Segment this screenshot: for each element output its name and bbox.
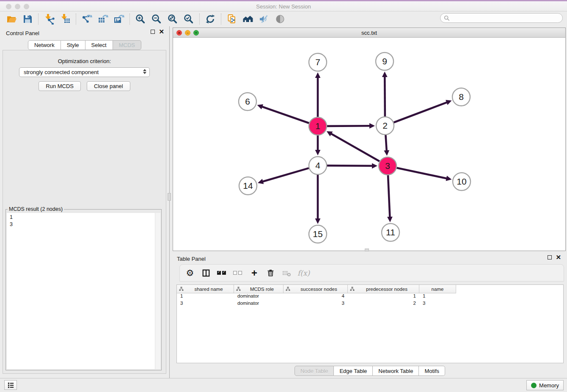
tab-edge-table[interactable]: Edge Table (334, 366, 373, 376)
export-table-button[interactable] (95, 13, 111, 25)
tab-network[interactable]: Network (28, 40, 61, 50)
column-header-name[interactable]: name (419, 285, 456, 293)
close-panel-button[interactable]: Close panel (87, 81, 130, 91)
network-frame-titlebar[interactable]: ✕ − + scc.txt (173, 28, 565, 38)
task-list-icon (7, 381, 14, 389)
split-pane-handle-horizontal[interactable] (365, 248, 369, 251)
save-button[interactable] (19, 13, 36, 25)
run-mcds-button[interactable]: Run MCDS (39, 81, 81, 91)
graph-edge-3-11[interactable] (388, 175, 390, 218)
mute-button[interactable] (256, 13, 272, 25)
zoom-selected-button[interactable] (181, 13, 197, 25)
mcds-result-title: MCDS result (2 nodes) (8, 206, 64, 212)
eye-button[interactable] (272, 13, 288, 25)
graph-arrowhead-1-4 (315, 150, 321, 155)
graph-edge-2-3[interactable] (385, 135, 386, 151)
unselect-all-columns-icon[interactable] (233, 267, 243, 279)
graph-edge-2-9[interactable] (385, 76, 385, 116)
open-folder-icon (6, 14, 17, 25)
mcds-result-textarea[interactable]: 13 (7, 213, 160, 369)
zoom-in-button[interactable] (132, 13, 149, 25)
task-history-button[interactable] (4, 380, 17, 390)
table-cell[interactable]: 1 (348, 293, 419, 301)
selected-criterion: strongly connected component (24, 69, 99, 75)
show-columns-icon[interactable] (201, 267, 211, 279)
create-column-icon[interactable]: + (249, 267, 259, 279)
tab-mcds[interactable]: MCDS (113, 40, 141, 50)
graph-node-label-11: 11 (386, 227, 395, 237)
refresh-button[interactable] (202, 13, 218, 25)
delete-rows-trash-icon[interactable] (265, 267, 275, 279)
share-document-button[interactable] (224, 13, 240, 25)
close-panel-icon[interactable]: ✕ (159, 30, 164, 34)
graph-edge-2-8[interactable] (394, 102, 448, 122)
column-type-icon (350, 287, 355, 291)
column-header-successor-nodes[interactable]: successor nodes (284, 285, 348, 293)
graph-edge-4-14[interactable] (262, 168, 309, 182)
tab-network-table[interactable]: Network Table (373, 366, 419, 376)
column-header-shared-name[interactable]: shared name (177, 285, 234, 293)
optimization-criterion-select[interactable]: strongly connected component (19, 67, 150, 77)
toolbar-separator (129, 14, 130, 25)
graph-edge-1-6[interactable] (261, 107, 309, 123)
column-type-icon (236, 287, 241, 291)
graph-edge-1-2[interactable] (327, 126, 370, 126)
table-cell[interactable]: 3 (177, 301, 234, 308)
session-title: Session: New Session (0, 3, 567, 10)
export-network-button[interactable] (79, 13, 95, 25)
table-cell[interactable]: 3 (284, 301, 348, 308)
graph-edge-3-10[interactable] (397, 168, 447, 179)
zoom-out-button[interactable] (149, 13, 165, 25)
zoom-out-icon (151, 14, 162, 25)
search-box[interactable] (440, 13, 563, 23)
tab-node-table[interactable]: Node Table (295, 366, 334, 376)
graph-edge-3-1[interactable] (330, 133, 379, 161)
export-image-button[interactable] (111, 13, 127, 25)
memory-button[interactable]: Memory (526, 380, 564, 390)
graph-arrowhead-3-11 (387, 217, 393, 222)
table-cell[interactable]: dominator (234, 301, 284, 308)
table-cell[interactable]: 4 (284, 293, 348, 301)
result-line: 3 (10, 221, 13, 228)
graph-node-label-4: 4 (315, 160, 320, 170)
toolbar-separator (221, 14, 221, 25)
graph-arrowhead-4-14 (258, 179, 264, 184)
table-cell[interactable]: 2 (348, 301, 419, 308)
table-cell[interactable]: 1 (419, 293, 456, 301)
toolbar-separator (38, 14, 39, 25)
table-cell[interactable]: 3 (419, 301, 456, 308)
node-table[interactable]: shared nameMCDS rolesuccessor nodesprede… (176, 284, 564, 363)
graph-node-label-8: 8 (459, 92, 464, 102)
open-folder-button[interactable] (3, 13, 19, 25)
table-cell[interactable]: 1 (177, 293, 234, 301)
float-table-panel-icon[interactable] (548, 255, 552, 259)
select-chevrons-icon (143, 69, 146, 74)
split-pane-handle-vertical[interactable] (168, 193, 171, 201)
tab-style[interactable]: Style (61, 40, 85, 50)
zoom-fit-button[interactable] (165, 13, 181, 25)
table-row[interactable]: 3dominator323 (177, 301, 563, 308)
network-view-frame: ✕ − + scc.txt 7968124314101511 (173, 28, 566, 251)
search-input[interactable] (452, 15, 553, 21)
import-network-button[interactable] (41, 13, 57, 25)
control-panel-tabs: NetworkStyleSelectMCDS (0, 40, 169, 50)
column-header-predecessor-nodes[interactable]: predecessor nodes (348, 285, 419, 293)
graph-edge-4-3[interactable] (327, 166, 373, 166)
network-canvas[interactable]: 7968124314101511 (173, 38, 565, 251)
result-scrollbar[interactable] (155, 213, 160, 369)
table-row[interactable]: 1dominator411 (177, 293, 563, 301)
column-header-MCDS-role[interactable]: MCDS role (234, 285, 284, 293)
close-table-panel-icon[interactable]: ✕ (556, 255, 561, 259)
home-button[interactable] (240, 13, 256, 25)
table-cell[interactable]: dominator (234, 293, 284, 301)
graph-arrowhead-2-9 (382, 72, 388, 77)
float-panel-icon[interactable] (151, 30, 155, 34)
share-document-icon (226, 14, 237, 25)
table-settings-gear-icon[interactable]: ⚙ (185, 267, 195, 279)
import-table-button[interactable] (57, 13, 73, 25)
select-all-columns-icon[interactable] (217, 267, 227, 279)
mcds-tab-content: Optimization criterion: strongly connect… (3, 50, 166, 374)
tab-motifs[interactable]: Motifs (419, 366, 445, 376)
refresh-icon (205, 14, 216, 25)
tab-select[interactable]: Select (85, 40, 113, 50)
